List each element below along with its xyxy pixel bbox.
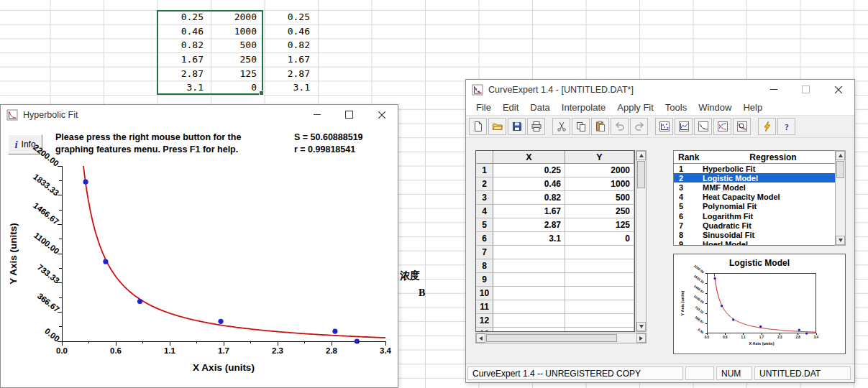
open-file-button[interactable] — [488, 118, 506, 135]
row-number[interactable]: 8 — [476, 259, 493, 273]
help-button[interactable]: ? — [777, 118, 795, 135]
grid-cell[interactable]: 0.82 — [493, 191, 565, 205]
apply-fit-button[interactable] — [758, 118, 776, 135]
rank-item[interactable]: 5Polynomial Fit — [674, 202, 845, 211]
grid-cell[interactable] — [565, 328, 634, 332]
maximize-button[interactable] — [333, 105, 365, 124]
grid-cell[interactable] — [565, 300, 634, 314]
menu-window[interactable]: Window — [693, 100, 737, 115]
rank-item[interactable]: 4Heat Capacity Model — [674, 193, 845, 202]
scroll-left-button[interactable] — [476, 333, 485, 343]
rank-item-selected[interactable]: 2Logistic Model — [674, 173, 845, 183]
scrollbar-thumb[interactable] — [486, 334, 617, 342]
grid-header-x[interactable]: X — [493, 151, 565, 164]
grid-horizontal-scrollbar[interactable] — [475, 333, 647, 343]
paste-button[interactable] — [591, 118, 609, 135]
multi-plot-button[interactable] — [713, 118, 731, 135]
grid-cell[interactable] — [565, 246, 634, 259]
grid-cell[interactable] — [493, 314, 565, 328]
scrollbar-thumb[interactable] — [637, 161, 645, 188]
fit-chart[interactable] — [62, 166, 385, 341]
fit-window-titlebar[interactable]: Hyperbolic Fit — [1, 105, 398, 124]
scroll-up-button[interactable] — [636, 151, 646, 160]
grid-cell[interactable] — [565, 259, 634, 273]
row-number[interactable]: 2 — [476, 177, 493, 191]
menu-apply-fit[interactable]: Apply Fit — [611, 100, 659, 115]
selection-fill-handle[interactable] — [259, 91, 264, 96]
grid-cell[interactable] — [493, 287, 565, 300]
row-number[interactable]: 7 — [476, 246, 493, 259]
menu-file[interactable]: File — [470, 100, 497, 115]
grid-cell[interactable] — [493, 328, 565, 332]
row-number[interactable]: 11 — [476, 300, 493, 314]
row-number[interactable]: 5 — [476, 218, 493, 232]
cut-button[interactable] — [552, 118, 570, 135]
maximize-button[interactable] — [790, 80, 822, 99]
row-number[interactable]: 4 — [476, 205, 493, 218]
curve-fit-plot-button[interactable] — [694, 118, 712, 135]
close-button[interactable] — [822, 80, 854, 99]
zoom-plot-button[interactable] — [733, 118, 751, 135]
scroll-down-button[interactable] — [836, 236, 845, 245]
copy-button[interactable] — [572, 118, 590, 135]
line-plot-button[interactable] — [675, 118, 693, 135]
save-button[interactable] — [508, 118, 526, 135]
scroll-right-button[interactable] — [636, 333, 646, 343]
grid-cell[interactable]: 0.25 — [493, 164, 565, 177]
row-number[interactable]: 6 — [476, 232, 493, 246]
rank-item[interactable]: 9Hoerl Model — [674, 240, 845, 246]
fit-preview-panel[interactable]: Logistic Model 0.00366.67733.331100.0014… — [673, 254, 846, 354]
close-button[interactable] — [365, 105, 398, 124]
rank-item[interactable]: 3MMF Model — [674, 183, 845, 192]
menu-data[interactable]: Data — [524, 100, 555, 115]
grid-cell[interactable]: 125 — [565, 218, 634, 232]
grid-header-y[interactable]: Y — [565, 151, 634, 164]
grid-cell[interactable] — [493, 273, 565, 287]
row-number[interactable]: 12 — [476, 314, 493, 328]
row-number[interactable]: 9 — [476, 273, 493, 287]
cell[interactable]: 0.25 — [264, 10, 316, 24]
row-number[interactable]: 13 — [476, 328, 493, 332]
print-button[interactable] — [527, 118, 545, 135]
cell[interactable]: 1.67 — [264, 52, 316, 67]
grid-cell[interactable]: 0 — [565, 232, 634, 246]
new-document-button[interactable] — [469, 118, 487, 135]
scrollbar-thumb[interactable] — [836, 161, 844, 178]
cell[interactable]: 2.87 — [264, 67, 316, 81]
row-number[interactable]: 10 — [476, 287, 493, 300]
info-button[interactable]: i Info — [8, 134, 42, 154]
grid-cell[interactable]: 250 — [565, 205, 634, 218]
cell[interactable]: 0.82 — [264, 38, 316, 52]
menu-help[interactable]: Help — [737, 100, 768, 115]
minimize-button[interactable] — [301, 105, 333, 124]
grid-cell[interactable]: 1000 — [565, 177, 634, 191]
row-number[interactable]: 1 — [476, 164, 493, 177]
grid-cell[interactable]: 3.1 — [493, 232, 565, 246]
grid-vertical-scrollbar[interactable] — [636, 150, 647, 332]
grid-cell[interactable]: 500 — [565, 191, 634, 205]
scroll-down-button[interactable] — [636, 322, 646, 331]
grid-cell[interactable] — [565, 287, 634, 300]
rank-item[interactable]: 6Logarithm Fit — [674, 211, 845, 221]
rank-item[interactable]: 1Hyperbolic Fit — [674, 164, 845, 173]
redo-button[interactable] — [630, 118, 648, 135]
menu-interpolate[interactable]: Interpolate — [556, 100, 611, 115]
grid-cell[interactable] — [493, 259, 565, 273]
menu-tools[interactable]: Tools — [659, 100, 693, 115]
menu-edit[interactable]: Edit — [497, 100, 524, 115]
grid-cell[interactable]: 2.87 — [493, 218, 565, 232]
scroll-up-button[interactable] — [836, 151, 845, 160]
row-number[interactable]: 3 — [476, 191, 493, 205]
grid-cell[interactable]: 0.46 — [493, 177, 565, 191]
rank-item[interactable]: 8Sinusoidal Fit — [674, 230, 845, 239]
rank-list-scrollbar[interactable] — [835, 150, 846, 246]
cell[interactable]: 0.46 — [264, 24, 316, 39]
grid-cell[interactable] — [493, 246, 565, 259]
selection-border[interactable] — [157, 10, 263, 95]
grid-cell[interactable]: 2000 — [565, 164, 634, 177]
scatter-plot-button[interactable] — [655, 118, 673, 135]
grid-cell[interactable] — [565, 314, 634, 328]
rank-item[interactable]: 7Quadratic Fit — [674, 221, 845, 230]
cell[interactable]: 3.1 — [264, 80, 316, 95]
grid-cell[interactable]: 1.67 — [493, 205, 565, 218]
